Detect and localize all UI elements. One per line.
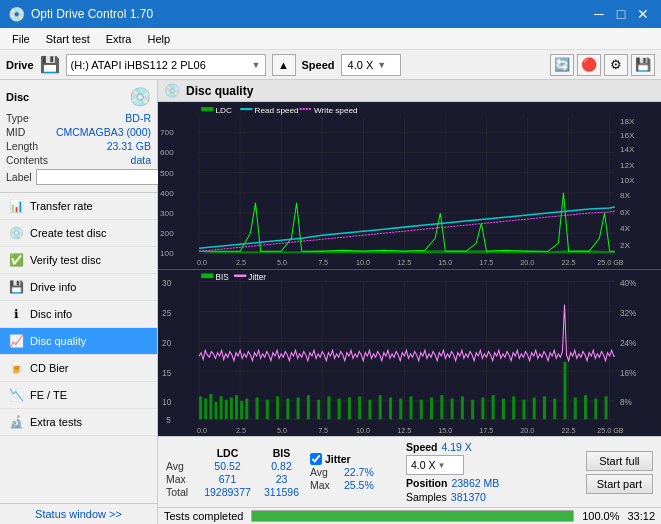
svg-rect-115 — [379, 395, 382, 419]
svg-text:12X: 12X — [620, 161, 635, 170]
start-buttons: Start full Start part — [586, 451, 653, 494]
save-button[interactable]: 💾 — [631, 54, 655, 76]
sidebar-extra-tests-label: Extra tests — [30, 416, 82, 428]
quality-header: 💿 Disc quality — [158, 80, 661, 102]
svg-rect-133 — [563, 361, 566, 418]
sidebar-item-transfer-rate[interactable]: 📊 Transfer rate — [0, 193, 157, 220]
start-part-button[interactable]: Start part — [586, 474, 653, 494]
position-label: Position — [406, 477, 447, 489]
status-text: Tests completed — [164, 510, 243, 522]
speed-combo[interactable]: 4.0 X ▼ — [341, 54, 401, 76]
sidebar-item-fe-te[interactable]: 📉 FE / TE — [0, 382, 157, 409]
svg-text:BIS: BIS — [215, 271, 228, 282]
svg-text:8%: 8% — [620, 397, 632, 408]
burn-button[interactable]: 🔴 — [577, 54, 601, 76]
jitter-header: Jitter — [325, 453, 351, 465]
svg-text:30: 30 — [162, 277, 171, 288]
title-bar-left: 💿 Opti Drive Control 1.70 — [8, 6, 153, 22]
bis-max: 23 — [259, 473, 304, 485]
svg-rect-138 — [201, 273, 213, 278]
disc-panel: Disc 💿 Type BD-R MID CMCMAGBA3 (000) Len… — [0, 80, 157, 193]
svg-rect-129 — [522, 399, 525, 419]
svg-text:16%: 16% — [620, 367, 637, 378]
jitter-max-label: Max — [310, 479, 340, 491]
sidebar-item-disc-info[interactable]: ℹ Disc info — [0, 301, 157, 328]
bis-total: 311596 — [259, 486, 304, 498]
ldc-header: LDC — [200, 447, 255, 459]
sidebar-transfer-rate-label: Transfer rate — [30, 200, 93, 212]
sidebar-item-disc-quality[interactable]: 📈 Disc quality — [0, 328, 157, 355]
sidebar-item-extra-tests[interactable]: 🔬 Extra tests — [0, 409, 157, 436]
speed-dropdown[interactable]: 4.0 X ▼ — [406, 455, 464, 475]
svg-rect-104 — [266, 399, 269, 419]
drive-combo[interactable]: (H:) ATAPI iHBS112 2 PL06 ▼ — [66, 54, 266, 76]
speed-dropdown-arrow: ▼ — [438, 461, 446, 470]
svg-rect-97 — [220, 396, 223, 419]
menu-extra[interactable]: Extra — [98, 31, 140, 47]
drive-label: Drive — [6, 59, 34, 71]
disc-contents-row: Contents data — [6, 154, 151, 166]
svg-text:15: 15 — [162, 367, 171, 378]
sidebar-item-drive-info[interactable]: 💾 Drive info — [0, 274, 157, 301]
sidebar-item-create-test-disc[interactable]: 💿 Create test disc — [0, 220, 157, 247]
svg-text:2.5: 2.5 — [236, 425, 246, 434]
progress-pct: 100.0% — [582, 510, 619, 522]
menu-help[interactable]: Help — [139, 31, 178, 47]
sidebar-item-verify-test-disc[interactable]: ✅ Verify test disc — [0, 247, 157, 274]
speed-dropdown-value: 4.0 X — [411, 459, 436, 471]
svg-rect-110 — [327, 396, 330, 419]
svg-text:24%: 24% — [620, 337, 637, 348]
svg-text:300: 300 — [160, 209, 174, 218]
svg-rect-120 — [430, 397, 433, 419]
start-full-button[interactable]: Start full — [586, 451, 653, 471]
charts-area: 700 600 500 400 300 200 100 18X 16X 14X … — [158, 102, 661, 436]
svg-text:17.5: 17.5 — [479, 260, 493, 268]
disc-label-label: Label — [6, 171, 32, 183]
close-button[interactable]: ✕ — [633, 4, 653, 24]
settings-button[interactable]: ⚙ — [604, 54, 628, 76]
bis-header: BIS — [259, 447, 304, 459]
menu-file[interactable]: File — [4, 31, 38, 47]
speed-row: Speed 4.19 X — [406, 441, 526, 453]
svg-rect-114 — [368, 399, 371, 419]
eject-icon: ▲ — [278, 59, 289, 71]
svg-rect-112 — [348, 397, 351, 419]
sidebar-disc-quality-label: Disc quality — [30, 335, 86, 347]
time-display: 33:12 — [627, 510, 655, 522]
progress-fill — [252, 511, 573, 521]
bis-avg: 0.82 — [259, 460, 304, 472]
eject-button[interactable]: ▲ — [272, 54, 296, 76]
transfer-rate-icon: 📊 — [8, 198, 24, 214]
svg-rect-118 — [410, 396, 413, 419]
svg-rect-111 — [338, 398, 341, 419]
app-title: Opti Drive Control 1.70 — [31, 7, 153, 21]
svg-text:10.0: 10.0 — [356, 260, 370, 268]
drive-bar: Drive 💾 (H:) ATAPI iHBS112 2 PL06 ▼ ▲ Sp… — [0, 50, 661, 80]
svg-rect-109 — [317, 399, 320, 419]
svg-text:5.0: 5.0 — [277, 425, 287, 434]
minimize-button[interactable]: ─ — [589, 4, 609, 24]
svg-rect-102 — [245, 398, 248, 419]
svg-text:25.0 GB: 25.0 GB — [597, 425, 623, 434]
svg-text:400: 400 — [160, 189, 174, 198]
create-test-disc-icon: 💿 — [8, 225, 24, 241]
jitter-checkbox[interactable] — [310, 453, 322, 465]
top-chart-svg: 700 600 500 400 300 200 100 18X 16X 14X … — [158, 102, 661, 269]
svg-rect-113 — [358, 396, 361, 419]
refresh-button[interactable]: 🔄 — [550, 54, 574, 76]
status-window-button[interactable]: Status window >> — [0, 503, 157, 524]
avg-row: Avg 50.52 0.82 — [166, 460, 304, 472]
disc-type-row: Type BD-R — [6, 112, 151, 124]
disc-mid-row: MID CMCMAGBA3 (000) — [6, 126, 151, 138]
svg-text:6X: 6X — [620, 208, 631, 217]
disc-length-row: Length 23.31 GB — [6, 140, 151, 152]
ldc-bis-stats: LDC BIS Avg 50.52 0.82 Max 671 23 Total … — [166, 447, 304, 498]
sidebar-item-cd-bier[interactable]: 🍺 CD Bier — [0, 355, 157, 382]
menu-start-test[interactable]: Start test — [38, 31, 98, 47]
svg-text:100: 100 — [160, 249, 174, 258]
disc-label-input[interactable] — [36, 169, 169, 185]
speed-label: Speed — [302, 59, 335, 71]
menu-bar: File Start test Extra Help — [0, 28, 661, 50]
speed-value: 4.0 X — [348, 59, 374, 71]
maximize-button[interactable]: □ — [611, 4, 631, 24]
